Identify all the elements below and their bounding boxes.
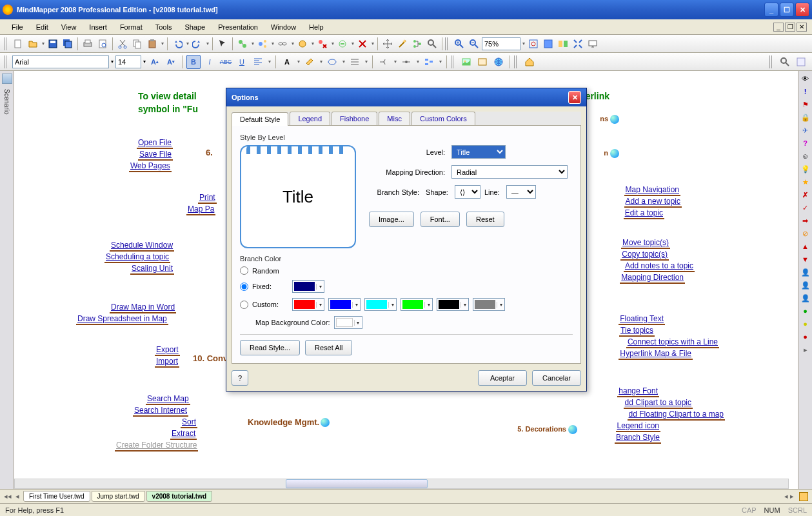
- align-icon[interactable]: [251, 55, 265, 69]
- zoom-combo[interactable]: [482, 37, 520, 50]
- menu-help[interactable]: Help: [302, 21, 330, 33]
- menu-shape[interactable]: Shape: [178, 21, 212, 33]
- print-icon[interactable]: [81, 37, 95, 51]
- mdi-minimize[interactable]: _: [773, 23, 784, 32]
- category-node[interactable]: 6.: [204, 147, 214, 158]
- category-decorations[interactable]: 5. Decorations: [516, 423, 579, 435]
- branch-icon[interactable]: [377, 55, 391, 69]
- zoom-out-icon[interactable]: [467, 37, 481, 51]
- bold-icon[interactable]: B: [186, 55, 201, 69]
- shape-select[interactable]: ⟨⟩: [455, 185, 480, 199]
- pointer-icon[interactable]: [215, 37, 230, 51]
- mdi-close[interactable]: ✕: [797, 23, 807, 32]
- zoom-in-icon[interactable]: [452, 37, 466, 51]
- topic-node[interactable]: Connect topics with a Line: [626, 337, 719, 348]
- undo-icon[interactable]: [170, 37, 184, 51]
- tab-extra-icon[interactable]: [799, 492, 808, 501]
- image-button[interactable]: Image...: [369, 212, 414, 227]
- category-node[interactable]: ns: [599, 113, 620, 124]
- person-red-icon[interactable]: 👤: [800, 293, 811, 303]
- topic-node[interactable]: Scheduling a topic: [104, 252, 170, 263]
- read-style-button[interactable]: Read Style...: [240, 340, 300, 355]
- font-family-combo[interactable]: [12, 55, 109, 68]
- dialog-close-button[interactable]: ✕: [568, 91, 581, 104]
- circle-red-icon[interactable]: ●: [800, 332, 811, 342]
- node-green-icon[interactable]: [235, 37, 250, 51]
- x-icon[interactable]: ✗: [800, 190, 811, 200]
- category-node[interactable]: 10. Conv: [192, 353, 229, 364]
- toolbar-grip[interactable]: [4, 37, 8, 50]
- menu-window[interactable]: Window: [264, 21, 302, 33]
- menu-edit[interactable]: Edit: [30, 21, 55, 33]
- font-color-icon[interactable]: A: [280, 55, 294, 69]
- custom-color-2[interactable]: ▾: [328, 298, 361, 311]
- attach-icon[interactable]: [295, 37, 310, 51]
- save-all-icon[interactable]: [61, 37, 75, 51]
- bulb-icon[interactable]: 💡: [800, 164, 811, 174]
- home-icon[interactable]: [522, 55, 537, 69]
- topic-node[interactable]: Extract: [170, 428, 197, 440]
- fit-icon[interactable]: [526, 37, 540, 51]
- reset-button[interactable]: Reset: [466, 212, 504, 227]
- tree-icon[interactable]: [410, 37, 424, 51]
- open-icon[interactable]: [26, 37, 40, 51]
- topic-node[interactable]: Move topic(s): [621, 237, 670, 249]
- increase-font-icon[interactable]: A▴: [148, 55, 162, 69]
- topic-node[interactable]: Mapping Direction: [620, 272, 685, 284]
- menu-tools[interactable]: Tools: [149, 21, 179, 33]
- paste-dropdown[interactable]: ▾: [160, 37, 164, 51]
- eye-icon[interactable]: 👁: [800, 74, 811, 84]
- fixed-radio[interactable]: [240, 283, 248, 291]
- topic-node[interactable]: Search Map: [146, 393, 190, 405]
- open-dropdown[interactable]: ▾: [41, 37, 45, 51]
- topic-node[interactable]: Add a new topic: [624, 196, 682, 208]
- category-knowledge[interactable]: Knowledge Mgmt.: [246, 417, 321, 428]
- reset-all-button[interactable]: Reset All: [305, 340, 352, 355]
- lock-icon[interactable]: 🔒: [800, 112, 811, 123]
- italic-icon[interactable]: I: [203, 55, 217, 69]
- doc-tab-1[interactable]: First Time User.twd: [23, 491, 90, 502]
- link-icon[interactable]: [275, 37, 290, 51]
- expand-icon[interactable]: [571, 37, 585, 51]
- collapse-icon[interactable]: [335, 37, 350, 51]
- person-green-icon[interactable]: 👤: [800, 267, 811, 277]
- shape-icon[interactable]: [325, 55, 339, 69]
- scenario-icon[interactable]: [2, 74, 12, 84]
- star-icon[interactable]: ★: [800, 177, 811, 187]
- redo-dropdown[interactable]: ▾: [205, 37, 210, 51]
- topic-node[interactable]: Tie topics: [619, 325, 655, 337]
- topic-node[interactable]: Add notes to a topic: [624, 261, 695, 272]
- custom-color-1[interactable]: ▾: [292, 298, 324, 311]
- custom-color-4[interactable]: ▾: [401, 298, 433, 311]
- check-icon[interactable]: ✓: [800, 203, 811, 213]
- tab-legend[interactable]: Legend: [290, 112, 330, 125]
- paste-icon[interactable]: [145, 37, 159, 51]
- menu-insert[interactable]: Insert: [83, 21, 114, 33]
- new-doc-icon[interactable]: [11, 37, 25, 51]
- help-button[interactable]: ?: [232, 370, 248, 386]
- category-node[interactable]: n: [602, 147, 620, 159]
- redo-icon[interactable]: [190, 37, 204, 51]
- node-blue-icon[interactable]: [255, 37, 270, 51]
- mdi-restore[interactable]: ❐: [785, 23, 795, 32]
- topic-node[interactable]: Edit a topic: [624, 208, 664, 219]
- tab-misc[interactable]: Misc: [379, 112, 410, 125]
- topic-node[interactable]: Save File: [138, 149, 173, 161]
- more-icon[interactable]: ▸: [800, 344, 811, 355]
- menu-presentation[interactable]: Presentation: [212, 21, 264, 33]
- tab-custom-colors[interactable]: Custom Colors: [411, 112, 475, 125]
- custom-color-5[interactable]: ▾: [437, 298, 469, 311]
- topic-node[interactable]: Hyperlink Map & File: [619, 348, 693, 360]
- font-size-combo[interactable]: [115, 55, 141, 68]
- menu-file[interactable]: File: [5, 21, 30, 33]
- circle-yellow-icon[interactable]: ●: [800, 319, 811, 329]
- random-radio[interactable]: [240, 266, 248, 275]
- clipart-icon[interactable]: [475, 55, 490, 69]
- topic-node[interactable]: Scaling Unit: [130, 263, 174, 275]
- topic-node[interactable]: dd Floating Clipart to a map: [628, 409, 725, 421]
- scrollbar-thumb[interactable]: [286, 479, 428, 488]
- up-arrow-icon[interactable]: ▲: [800, 241, 811, 252]
- right-arrow-icon[interactable]: ➡: [800, 215, 811, 226]
- connector-icon[interactable]: [399, 55, 413, 69]
- delete-node-icon[interactable]: [315, 37, 330, 51]
